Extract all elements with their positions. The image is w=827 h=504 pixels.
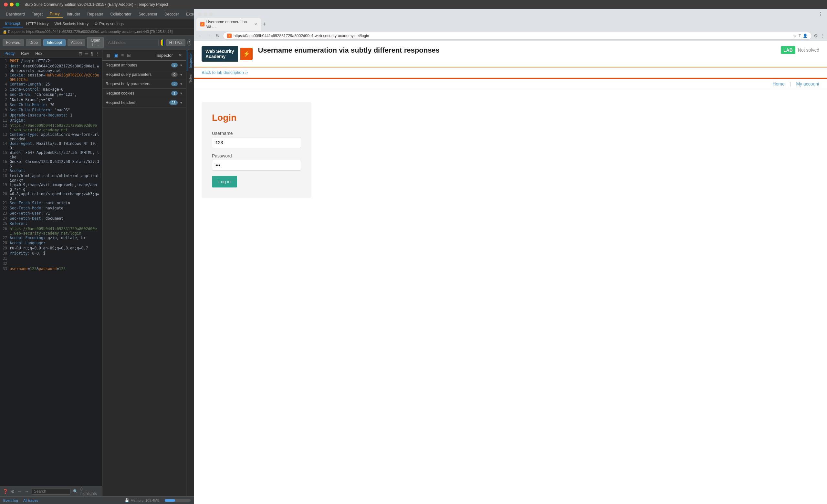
inspector-row-attributes[interactable]: Request attributes 2 ▼ bbox=[102, 61, 186, 70]
tab-close-button[interactable]: ✕ bbox=[254, 22, 257, 26]
inspector-align-btn[interactable]: ≡ bbox=[120, 52, 125, 58]
inspector-row-cookies[interactable]: Request cookies 1 ▼ bbox=[102, 89, 186, 98]
bookmark-icon[interactable]: ☆ bbox=[793, 34, 797, 38]
nav-decoder[interactable]: Decoder bbox=[161, 11, 182, 18]
subnav-proxy-settings[interactable]: ⚙ Proxy settings bbox=[92, 21, 126, 27]
event-log-link[interactable]: Event log bbox=[3, 499, 18, 502]
browser-tl-1[interactable] bbox=[198, 12, 202, 16]
line-29: 29 ru-RU,ru;q=0.9,en-US;q=0.8,en;q=0.7 bbox=[0, 246, 102, 251]
minimize-button[interactable] bbox=[10, 3, 13, 6]
username-group: Username bbox=[212, 131, 301, 148]
inspector-row-query[interactable]: Request query parameters 0 ▼ bbox=[102, 70, 186, 79]
line-4: 4 Content-Length: 25 bbox=[0, 82, 102, 87]
lab-nav: Back to lab description ›› bbox=[194, 67, 827, 78]
help-circle-button[interactable]: ❓ bbox=[3, 489, 8, 494]
home-link[interactable]: Home bbox=[772, 81, 784, 87]
forward-nav-button[interactable]: → bbox=[205, 33, 212, 39]
inspector-label-attributes: Request attributes bbox=[106, 63, 171, 67]
subnav-http-history[interactable]: HTTP history bbox=[23, 21, 51, 27]
search-submit-button[interactable]: 🔍 bbox=[73, 489, 78, 494]
new-tab-button[interactable]: + bbox=[261, 21, 269, 28]
inspector-row-headers[interactable]: Request headers 23 ▼ bbox=[102, 98, 186, 107]
side-tab-notes[interactable]: Notes bbox=[187, 71, 194, 87]
nav-collaborator[interactable]: Collaborator bbox=[107, 11, 135, 18]
inspector-section-attributes: Request attributes 2 ▼ bbox=[102, 61, 186, 70]
nav-intruder[interactable]: Intruder bbox=[64, 11, 83, 18]
reload-button[interactable]: ↻ bbox=[214, 33, 221, 39]
wrap-icon[interactable]: ☰ bbox=[84, 51, 89, 56]
search-input[interactable] bbox=[32, 488, 70, 495]
request-info-bar: 🔒 Request to https://0aec009b0441c692831… bbox=[0, 29, 194, 36]
inspector-close-btn[interactable]: ✕ bbox=[178, 52, 183, 58]
no-wrap-icon[interactable]: ⊟ bbox=[79, 51, 82, 56]
open-browser-button[interactable]: Open br... bbox=[87, 37, 104, 48]
color-swatch[interactable] bbox=[160, 39, 164, 46]
intercept-button[interactable]: Intercept bbox=[43, 39, 65, 46]
browser-tl-2[interactable] bbox=[203, 12, 207, 16]
inspector-label-cookies: Request cookies bbox=[106, 91, 171, 96]
inspector-body: Request attributes 2 ▼ Request query par… bbox=[102, 61, 186, 496]
url-text: https://0aec009b0441c692831729a8002d00e1… bbox=[234, 34, 791, 38]
inspector-row-body[interactable]: Request body parameters 2 ▼ bbox=[102, 79, 186, 89]
login-button[interactable]: Log in bbox=[212, 176, 237, 187]
chevron-body: ▼ bbox=[180, 82, 183, 86]
login-area: Login Username Password Log in bbox=[194, 90, 827, 211]
view-tab-raw[interactable]: Raw bbox=[19, 51, 31, 56]
line-3: 3 Cookie: session=HeFVcw6iSgRT02IGCVy2Cc… bbox=[0, 73, 102, 82]
forward-button[interactable]: Forward bbox=[3, 39, 24, 46]
more-icon[interactable]: ⋮ bbox=[95, 51, 99, 56]
line-31: 31 bbox=[0, 256, 102, 261]
line-10: 10 Upgrade-Insecure-Requests: 1 bbox=[0, 113, 102, 118]
help-button[interactable]: ? bbox=[187, 39, 191, 46]
nav-sequencer[interactable]: Sequencer bbox=[135, 11, 160, 18]
traffic-lights bbox=[4, 3, 19, 6]
line-27: 27 Accept-Encoding: gzip, deflate, br bbox=[0, 235, 102, 241]
nav-dashboard[interactable]: Dashboard bbox=[3, 11, 28, 18]
forward-history-button[interactable]: → bbox=[25, 489, 29, 494]
line-6: 6 Sec-Ch-Ua: "Chromium";v="123", bbox=[0, 92, 102, 98]
line-28: 28 Accept-Language: bbox=[0, 241, 102, 246]
view-tab-pretty[interactable]: Pretty bbox=[3, 51, 16, 56]
url-bar[interactable]: ⚡ https://0aec009b0441c692831729a8002d00… bbox=[223, 32, 812, 40]
back-to-lab-link[interactable]: Back to lab description ›› bbox=[202, 70, 819, 75]
browser-panel: ⋮ ⚡ Username enumeration via ... ✕ + ← →… bbox=[194, 9, 827, 504]
drop-button[interactable]: Drop bbox=[26, 39, 41, 46]
subnav-intercept[interactable]: Intercept bbox=[3, 20, 23, 27]
password-input[interactable] bbox=[212, 160, 301, 171]
extensions-icon[interactable]: ⋮ bbox=[818, 11, 823, 17]
inspector-view-btn-1[interactable]: ▦ bbox=[106, 52, 111, 58]
browser-tab-active[interactable]: ⚡ Username enumeration via ... ✕ bbox=[196, 18, 261, 31]
close-button[interactable] bbox=[4, 3, 8, 6]
maximize-button[interactable] bbox=[15, 3, 19, 6]
back-button[interactable]: ← bbox=[196, 33, 203, 39]
translate-icon[interactable]: T bbox=[798, 34, 801, 38]
line-26: 26 https://0aec009b0441c692831729a8002d0… bbox=[0, 226, 102, 235]
request-info-text: Request to https://0aec009b0441c69283172… bbox=[8, 30, 173, 34]
view-tab-icons: ⊟ ☰ ¶ ⋮ bbox=[79, 51, 99, 56]
inspector-section-query: Request query parameters 0 ▼ bbox=[102, 70, 186, 79]
browser-tl-3[interactable] bbox=[209, 12, 213, 16]
back-history-button[interactable]: ← bbox=[17, 489, 22, 494]
profile-icon[interactable]: 👤 bbox=[803, 34, 808, 38]
inspector-view-btn-2[interactable]: ▣ bbox=[113, 52, 118, 58]
extensions-button[interactable]: ⚙ bbox=[814, 33, 818, 39]
nav-proxy[interactable]: Proxy bbox=[47, 10, 63, 18]
nav-repeater[interactable]: Repeater bbox=[84, 11, 106, 18]
all-issues-link[interactable]: All issues bbox=[23, 499, 38, 502]
view-tab-hex[interactable]: Hex bbox=[33, 51, 44, 56]
inspector-sort-btn[interactable]: ⊞ bbox=[126, 52, 132, 58]
title-bar: Burp Suite Community Edition v2024.3.1-2… bbox=[0, 0, 827, 9]
my-account-link[interactable]: My account bbox=[796, 81, 819, 87]
side-tab-inspector[interactable]: Inspector bbox=[187, 50, 194, 71]
settings-bottom-button[interactable]: ⚙ bbox=[11, 489, 15, 494]
status-bar: Event log All issues 💾 Memory: 105.4MB bbox=[0, 496, 194, 504]
subnav-websockets[interactable]: WebSockets history bbox=[52, 21, 91, 27]
inspector-count-headers: 23 bbox=[169, 100, 178, 105]
browser-menu-button[interactable]: ⋮ bbox=[820, 33, 824, 39]
username-input[interactable] bbox=[212, 137, 301, 148]
search-lines-icon[interactable]: ¶ bbox=[91, 51, 93, 56]
notes-input[interactable] bbox=[106, 39, 159, 46]
nav-target[interactable]: Target bbox=[29, 11, 46, 18]
action-button[interactable]: Action bbox=[67, 39, 85, 46]
lab-badge-area: LAB Not solved bbox=[781, 46, 819, 54]
